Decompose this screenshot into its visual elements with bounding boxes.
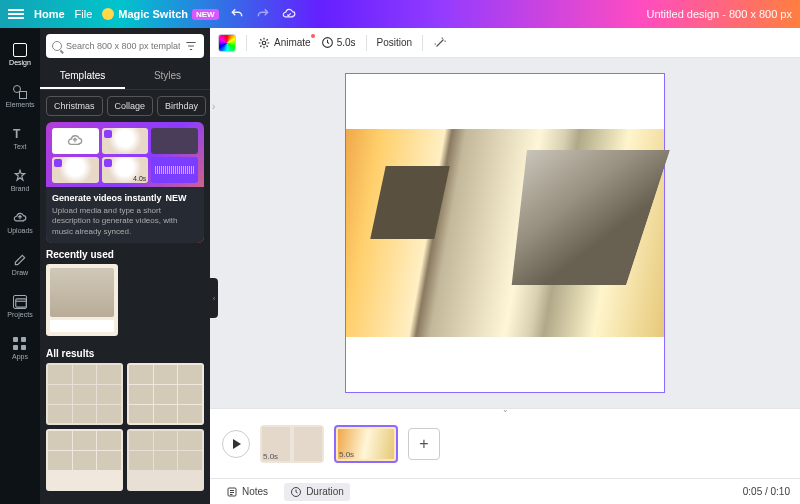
animate-button[interactable]: Animate	[257, 36, 311, 50]
video-thumb	[102, 128, 149, 154]
rail-draw[interactable]: Draw	[0, 244, 40, 284]
magic-switch-button[interactable]: Magic Switch NEW	[102, 8, 218, 20]
duration-toggle[interactable]: Duration	[284, 483, 350, 501]
timeline-clip-selected[interactable]: 5.0s	[334, 425, 398, 463]
rail-text[interactable]: TText	[0, 118, 40, 158]
all-results-heading: All results	[46, 348, 204, 359]
search-input[interactable]	[46, 34, 204, 58]
wand-icon[interactable]	[433, 36, 447, 50]
artboard[interactable]	[345, 73, 665, 393]
play-button[interactable]	[222, 430, 250, 458]
video-card-title: Generate videos instantly	[52, 193, 162, 203]
chip-christmas[interactable]: Christmas	[46, 96, 103, 116]
canvas-toolbar: Animate 5.0s Position	[210, 28, 800, 58]
canvas-area: Animate 5.0s Position ⌄ 5.0s 5.0s + Note…	[210, 28, 800, 504]
duration-button[interactable]: 5.0s	[321, 36, 356, 49]
magic-switch-label: Magic Switch	[118, 8, 188, 20]
chevron-right-icon[interactable]: ›	[210, 101, 217, 112]
canvas-viewport[interactable]	[210, 58, 800, 408]
video-thumb: 4.0s	[102, 157, 149, 183]
tab-styles[interactable]: Styles	[125, 64, 210, 89]
rail-projects[interactable]: Projects	[0, 286, 40, 326]
template-thumb[interactable]	[127, 429, 204, 491]
file-menu[interactable]: File	[75, 8, 93, 20]
timeline: ⌄ 5.0s 5.0s +	[210, 408, 800, 478]
panel-collapse-handle[interactable]: ‹	[210, 278, 218, 318]
generate-video-card[interactable]: 4.0s Generate videos instantlyNEW Upload…	[46, 122, 204, 243]
rail-brand[interactable]: Brand	[0, 160, 40, 200]
hamburger-icon[interactable]	[8, 9, 24, 19]
color-swatch[interactable]	[218, 34, 236, 52]
side-panel: ‹ Templates Styles Christmas Collage Bir…	[40, 28, 210, 504]
rail-uploads[interactable]: Uploads	[0, 202, 40, 242]
notes-button[interactable]: Notes	[220, 483, 274, 501]
bottom-bar: Notes Duration 0:05 / 0:10	[210, 478, 800, 504]
topbar: Home File Magic Switch NEW Untitled desi…	[0, 0, 800, 28]
add-page-button[interactable]: +	[408, 428, 440, 460]
undo-icon[interactable]	[229, 6, 245, 22]
home-link[interactable]: Home	[34, 8, 65, 20]
svg-point-1	[262, 41, 266, 45]
cloud-sync-icon[interactable]	[281, 6, 297, 22]
template-thumb[interactable]	[46, 429, 123, 491]
template-thumb[interactable]	[46, 264, 118, 336]
video-thumb	[52, 157, 99, 183]
document-title[interactable]: Untitled design - 800 x 800 px	[646, 8, 792, 20]
rail-apps[interactable]: Apps	[0, 328, 40, 368]
chip-birthday[interactable]: Birthday	[157, 96, 206, 116]
tab-templates[interactable]: Templates	[40, 64, 125, 89]
rail-design[interactable]: Design	[0, 34, 40, 74]
video-card-desc: Upload media and type a short descriptio…	[52, 206, 198, 237]
audio-wave-icon	[151, 157, 198, 183]
template-thumb[interactable]	[46, 363, 123, 425]
position-button[interactable]: Position	[377, 37, 413, 48]
sparkle-icon	[102, 8, 114, 20]
redo-icon[interactable]	[255, 6, 271, 22]
left-rail: Design Elements TText Brand Uploads Draw…	[0, 28, 40, 504]
timeline-clip[interactable]: 5.0s	[260, 425, 324, 463]
panel-tabs: Templates Styles	[40, 64, 210, 90]
category-chips: Christmas Collage Birthday ›	[40, 90, 210, 122]
search-field[interactable]	[66, 41, 180, 51]
filter-icon[interactable]	[184, 39, 198, 53]
rail-elements[interactable]: Elements	[0, 76, 40, 116]
upload-icon	[52, 128, 99, 154]
svg-rect-0	[16, 298, 27, 306]
timeline-handle-icon[interactable]: ⌄	[485, 405, 525, 413]
time-display: 0:05 / 0:10	[743, 486, 790, 497]
recently-used-heading: Recently used	[46, 249, 204, 260]
video-thumb	[151, 128, 198, 154]
chip-collage[interactable]: Collage	[107, 96, 154, 116]
new-badge: NEW	[166, 193, 187, 203]
template-thumb[interactable]	[127, 363, 204, 425]
canvas-image[interactable]	[346, 129, 664, 337]
new-badge: NEW	[192, 9, 219, 20]
search-icon	[52, 41, 62, 51]
notification-dot-icon	[311, 34, 315, 38]
